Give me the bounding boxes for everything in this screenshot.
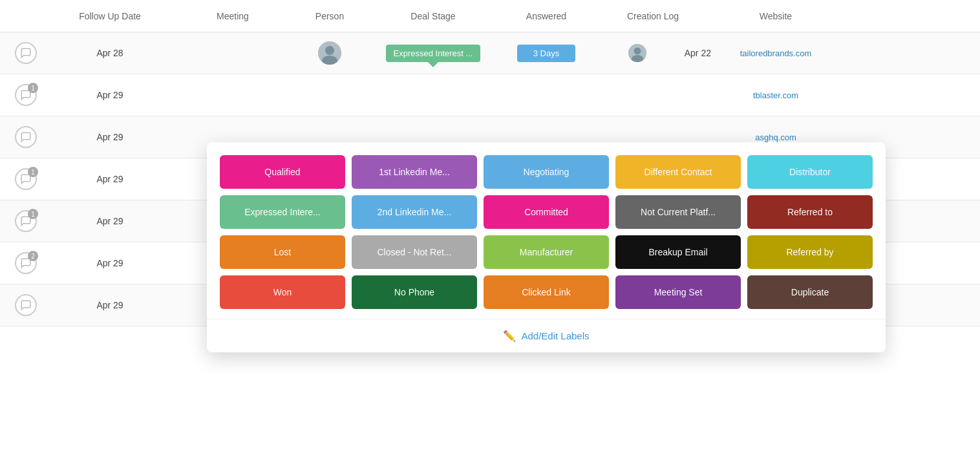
chat-icon-cell: 2 bbox=[6, 252, 45, 274]
website-link[interactable]: asghq.com bbox=[755, 133, 796, 142]
label-option[interactable]: No Phone bbox=[352, 275, 477, 309]
label-option[interactable]: Referred to bbox=[747, 195, 873, 229]
chat-icon[interactable]: 1 bbox=[15, 168, 37, 190]
label-option[interactable]: Negotiating bbox=[484, 155, 609, 189]
col-header-website: Website bbox=[711, 11, 840, 21]
table-row[interactable]: Apr 28Expressed Interest ...3 DaysApr 22… bbox=[0, 32, 980, 74]
label-option[interactable]: Referred by bbox=[747, 235, 873, 269]
chat-icon-cell: 1 bbox=[6, 168, 45, 190]
chat-icon-cell: 1 bbox=[6, 210, 45, 232]
label-option[interactable]: Duplicate bbox=[747, 275, 873, 309]
creation-avatar bbox=[628, 44, 646, 62]
chat-icon[interactable]: 1 bbox=[15, 84, 37, 106]
label-option[interactable]: Different Contact bbox=[615, 155, 741, 189]
chat-icon[interactable] bbox=[15, 126, 37, 148]
label-option[interactable]: Not Current Platf... bbox=[615, 195, 741, 229]
creation-log-cell: Apr 22 bbox=[595, 44, 711, 62]
deal-stage-cell[interactable]: Expressed Interest ... bbox=[368, 45, 498, 62]
label-option[interactable]: Won bbox=[220, 275, 345, 309]
followup-date: Apr 29 bbox=[45, 258, 175, 268]
website-link[interactable]: tailoredbrands.com bbox=[740, 48, 812, 58]
chat-icon[interactable] bbox=[15, 42, 37, 64]
creation-date: Apr 22 bbox=[685, 48, 711, 58]
answered-cell: 3 Days bbox=[498, 45, 595, 62]
table-row[interactable]: 1Apr 29tblaster.com bbox=[0, 74, 980, 116]
followup-date: Apr 29 bbox=[45, 174, 175, 184]
label-grid: Qualified1st Linkedin Me...NegotiatingDi… bbox=[220, 155, 873, 309]
chat-icon-cell bbox=[6, 294, 45, 316]
avatar bbox=[318, 41, 341, 65]
label-option[interactable]: Manufacturer bbox=[484, 235, 609, 269]
chat-icon[interactable]: 2 bbox=[15, 252, 37, 274]
chat-icon[interactable] bbox=[15, 294, 37, 316]
svg-point-4 bbox=[634, 47, 641, 54]
website-cell[interactable]: tblaster.com bbox=[711, 90, 840, 100]
chat-icon-cell bbox=[6, 126, 45, 148]
label-option[interactable]: Lost bbox=[220, 235, 345, 269]
website-cell[interactable]: asghq.com bbox=[711, 132, 840, 142]
label-option[interactable]: Meeting Set bbox=[615, 275, 741, 309]
label-option[interactable]: Distributor bbox=[747, 155, 873, 189]
label-option[interactable]: Breakup Email bbox=[615, 235, 741, 269]
col-header-meeting: Meeting bbox=[175, 11, 291, 21]
website-link[interactable]: tblaster.com bbox=[753, 91, 798, 100]
followup-date: Apr 29 bbox=[45, 132, 175, 142]
label-option[interactable]: Expressed Intere... bbox=[220, 195, 345, 229]
label-option[interactable]: Committed bbox=[484, 195, 609, 229]
label-option[interactable]: 1st Linkedin Me... bbox=[352, 155, 477, 189]
svg-point-1 bbox=[325, 46, 334, 55]
col-header-creationlog: Creation Log bbox=[595, 11, 711, 21]
add-edit-labels-row[interactable]: ✏️ Add/Edit Labels bbox=[207, 319, 886, 352]
website-cell[interactable]: tailoredbrands.com bbox=[711, 48, 840, 58]
col-header-person: Person bbox=[291, 11, 368, 21]
col-header-dealstage: Deal Stage bbox=[368, 11, 498, 21]
followup-date: Apr 29 bbox=[45, 216, 175, 226]
followup-date: Apr 29 bbox=[45, 90, 175, 100]
chat-icon[interactable]: 1 bbox=[15, 210, 37, 232]
chat-icon-cell bbox=[6, 42, 45, 64]
label-option[interactable]: Closed - Not Ret... bbox=[352, 235, 477, 269]
pencil-icon: ✏️ bbox=[503, 330, 516, 342]
col-header-followup: Follow Up Date bbox=[45, 11, 175, 21]
label-option[interactable]: Qualified bbox=[220, 155, 345, 189]
followup-date: Apr 29 bbox=[45, 300, 175, 310]
label-option[interactable]: Clicked Link bbox=[484, 275, 609, 309]
chat-icon-cell: 1 bbox=[6, 84, 45, 106]
crm-table: Follow Up Date Meeting Person Deal Stage… bbox=[0, 0, 980, 459]
followup-date: Apr 28 bbox=[45, 48, 175, 58]
person-cell bbox=[291, 41, 368, 65]
col-header-answered: Answered bbox=[498, 11, 595, 21]
add-edit-label: Add/Edit Labels bbox=[521, 330, 589, 341]
label-option[interactable]: 2nd Linkedin Me... bbox=[352, 195, 477, 229]
table-header: Follow Up Date Meeting Person Deal Stage… bbox=[0, 0, 980, 32]
label-dropdown: Qualified1st Linkedin Me...NegotiatingDi… bbox=[207, 142, 886, 352]
